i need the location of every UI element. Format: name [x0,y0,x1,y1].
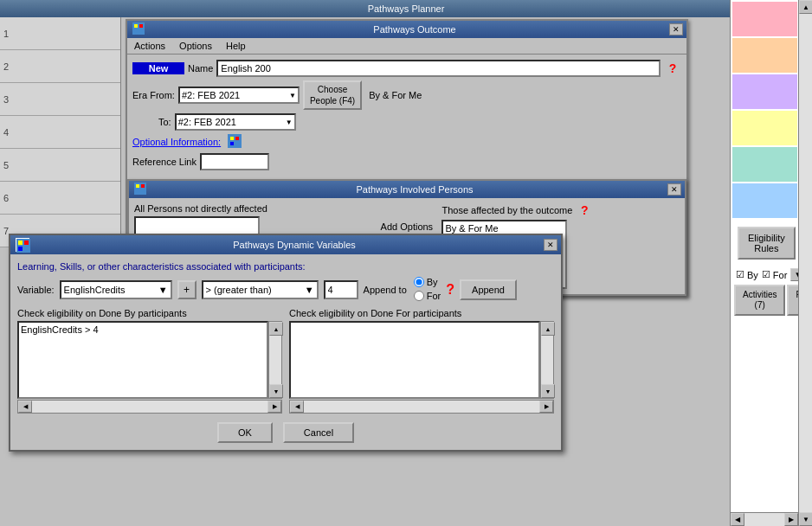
row-num-1: 1 [0,17,120,50]
done-by-elig-label: Check eligibility on Done By participant… [17,308,282,318]
color-bar-lavender [732,74,797,109]
optional-info-link[interactable]: Optional Information: [132,137,221,147]
done-for-htrack [304,401,539,413]
right-scrollbar[interactable]: ▲ ▼ [798,0,812,526]
append-by-radio[interactable] [414,277,424,287]
eligibility-section: Check eligibility on Done By participant… [17,308,554,414]
done-by-scroll-right[interactable]: ▶ [267,401,281,413]
to-dropdown[interactable]: #2: FEB 2021 ▼ [175,113,296,131]
cancel-button[interactable]: Cancel [283,422,354,443]
activities-button[interactable]: Activities(7) [734,285,785,316]
progress-button[interactable]: Progress(F8) [787,285,799,316]
svg-rect-2 [139,24,143,28]
append-button[interactable]: Append [460,279,517,300]
horizontal-scrollbar[interactable]: ◀ ▶ [731,512,798,526]
choose-people-line2: People (F4) [310,96,355,106]
outcome-close-button[interactable]: ✕ [669,23,683,35]
by-checkbox-label[interactable]: ☑ By [736,269,758,280]
dynvar-description: Learning, Skills, or other characteristi… [17,261,554,272]
done-for-elig-col: Check eligibility on Done For participan… [289,308,554,414]
reference-row: Reference Link [132,153,681,170]
svg-rect-11 [18,241,23,245]
color-bar-pink [732,2,797,36]
name-input[interactable] [216,60,661,77]
scroll-right-btn[interactable]: ▶ [784,513,798,526]
name-row: New Name ? [132,60,681,77]
done-by-scroll-up[interactable]: ▲ [269,322,283,336]
amount-input[interactable] [324,280,358,299]
menu-actions[interactable]: Actions [132,40,167,52]
append-by-label: By [427,277,438,287]
done-for-scroll-down[interactable]: ▼ [541,384,555,398]
not-affected-header: All Persons not directly affected [134,203,372,214]
status-badge: New [132,62,184,74]
done-for-scroll-right[interactable]: ▶ [539,401,553,413]
to-label: To: [132,117,171,127]
to-row: To: #2: FEB 2021 ▼ [132,113,681,131]
menu-options[interactable]: Options [177,40,214,52]
svg-rect-9 [141,184,145,188]
add-options-title: Add Options [381,221,434,232]
era-row: Era From: #2: FEB 2021 ▼ Choose People (… [132,80,681,110]
add-variable-button[interactable]: + [177,280,197,299]
done-by-hscrollbar[interactable]: ◀ ▶ [17,400,282,414]
done-for-scroll-up[interactable]: ▲ [541,322,555,336]
outcome-form: New Name ? Era From: #2: FEB 2021 ▼ Choo… [127,55,686,179]
done-for-scrollbar[interactable]: ▲ ▼ [540,321,554,399]
scroll-left-btn[interactable]: ◀ [731,513,744,526]
row-num-6: 6 [0,182,120,215]
variable-label: Variable: [17,285,55,295]
affected-value: By & For Me [445,223,498,234]
menu-help[interactable]: Help [224,40,248,52]
color-bar-peach [732,38,797,73]
dynvar-body: Learning, Skills, or other characteristi… [10,254,561,450]
done-by-elig-col: Check eligibility on Done By participant… [17,308,282,414]
done-by-elig-container: EnglishCredits > 4 ▲ ▼ [17,321,282,399]
append-to-label: Append to [364,285,407,295]
dynvar-close-button[interactable]: ✕ [544,239,557,251]
row-num-3: 3 [0,83,120,116]
for-checkbox-label[interactable]: ☑ For [762,269,788,280]
done-by-scroll-down[interactable]: ▼ [269,384,283,398]
outcome-dialog-titlebar: Pathways Outcome ✕ [127,21,686,38]
era-from-dropdown[interactable]: #2: FEB 2021 ▼ [178,87,300,104]
variable-dropdown[interactable]: EnglishCredits ▼ [60,280,172,299]
ok-button[interactable]: OK [217,422,273,443]
scroll-up-btn[interactable]: ▲ [799,0,812,14]
done-for-hscrollbar[interactable]: ◀ ▶ [289,400,554,414]
done-for-scroll-left[interactable]: ◀ [290,401,304,413]
app-titlebar: Pathways Planner ─ □ ✕ [0,0,812,17]
svg-rect-13 [18,247,23,251]
involved-dialog-title: Pathways Involved Persons [150,184,680,195]
to-value: #2: FEB 2021 [178,117,236,127]
involved-close-button[interactable]: ✕ [667,183,681,196]
eligibility-rules-button[interactable]: Eligibility Rules [738,227,796,260]
choose-people-button[interactable]: Choose People (F4) [303,80,362,110]
by-for-me-label: By & For Me [369,90,422,100]
reference-input[interactable] [200,153,269,170]
for-check-icon: ☑ [762,269,770,280]
svg-rect-5 [235,137,239,140]
scroll-down-btn[interactable]: ▼ [799,512,812,526]
dynvar-dialog-title: Pathways Dynamic Variables [33,240,556,250]
action-value: > (greater than) [206,285,272,295]
append-for-radio[interactable] [414,291,424,301]
append-for-row: For [414,291,441,301]
done-for-elig-textarea[interactable] [289,321,540,399]
done-by-scroll-left[interactable]: ◀ [18,401,32,413]
action-dropdown[interactable]: > (greater than) ▼ [202,280,319,299]
variable-value: EnglishCredits [64,285,126,295]
dynvar-help-icon[interactable]: ? [446,282,454,298]
name-help-icon[interactable]: ? [664,61,681,75]
done-for-elig-container: ▲ ▼ [289,321,554,399]
optional-icon [228,134,242,150]
done-by-scroll-track [269,336,281,384]
svg-rect-4 [230,137,234,140]
affected-help-icon[interactable]: ? [576,203,593,217]
done-by-elig-textarea[interactable]: EnglishCredits > 4 [17,321,268,399]
done-by-scrollbar[interactable]: ▲ ▼ [268,321,282,399]
svg-rect-12 [24,241,29,245]
affected-header: Those affected by the outcome ? [441,203,680,217]
right-panel: Eligibility Rules ☑ By ☑ For ▼ Activitie… [730,0,812,526]
append-radio-group: By For [414,277,441,303]
